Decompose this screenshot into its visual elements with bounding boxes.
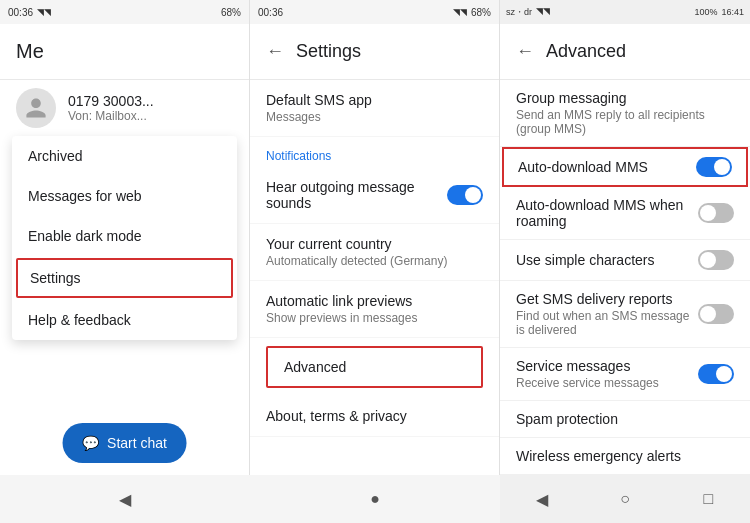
service-messages-sub: Receive service messages: [516, 376, 698, 390]
nav-home-2[interactable]: ●: [363, 487, 387, 511]
settings-link-preview[interactable]: Automatic link previews Show previews in…: [250, 281, 499, 338]
adv-service-messages[interactable]: Service messages Receive service message…: [500, 348, 750, 401]
menu-item-settings[interactable]: Settings: [16, 258, 233, 298]
service-messages-toggle[interactable]: [698, 364, 734, 384]
status-battery-3: 100%: [694, 7, 717, 17]
panel-advanced: sz・dr ◥◥ 100% 16:41 ← Advanced Group mes…: [500, 0, 750, 523]
hear-sounds-label: Hear outgoing message sounds: [266, 179, 447, 211]
status-bar-1: 00:36 ◥◥ 68%: [0, 0, 249, 24]
adv-simple-characters[interactable]: Use simple characters: [500, 240, 750, 281]
link-preview-value: Show previews in messages: [266, 311, 483, 325]
auto-download-roaming-label: Auto-download MMS when roaming: [516, 197, 698, 229]
nav-home-3[interactable]: ○: [613, 487, 637, 511]
status-clock-3: 16:41: [721, 7, 744, 17]
contact-row[interactable]: 0179 30003... Von: Mailbox...: [0, 80, 249, 136]
start-chat-icon: 💬: [82, 435, 99, 451]
contact-sub: Von: Mailbox...: [68, 109, 233, 123]
status-signal-2: ◥◥: [453, 7, 467, 17]
sms-delivery-sub: Find out when an SMS message is delivere…: [516, 309, 698, 337]
settings-hear-sounds[interactable]: Hear outgoing message sounds: [250, 167, 499, 224]
nav-recent-3[interactable]: □: [696, 487, 720, 511]
bottom-nav-3: ◀ ○ □: [500, 475, 750, 523]
sms-delivery-toggle[interactable]: [698, 304, 734, 324]
wireless-alerts-label: Wireless emergency alerts: [516, 448, 734, 464]
back-arrow-settings[interactable]: ←: [266, 41, 284, 62]
adv-wireless-alerts[interactable]: Wireless emergency alerts: [500, 438, 750, 475]
panel3-header: ← Advanced: [500, 24, 750, 80]
adv-sms-delivery[interactable]: Get SMS delivery reports Find out when a…: [500, 281, 750, 348]
adv-spam-protection[interactable]: Spam protection: [500, 401, 750, 438]
menu-item-messages-for-web[interactable]: Messages for web: [12, 176, 237, 216]
dropdown-menu: Archived Messages for web Enable dark mo…: [12, 136, 237, 340]
settings-advanced-box[interactable]: Advanced: [266, 346, 483, 388]
panel2-header: ← Settings: [250, 24, 499, 80]
status-time-1: 00:36: [8, 7, 33, 18]
advanced-label: Advanced: [268, 357, 362, 377]
auto-download-roaming-toggle[interactable]: [698, 203, 734, 223]
status-time-3: sz・dr: [506, 6, 532, 19]
panel2-title: Settings: [296, 41, 361, 62]
about-label: About, terms & privacy: [266, 408, 483, 424]
adv-auto-download-mms[interactable]: Auto-download MMS: [502, 147, 748, 187]
adv-auto-download-roaming[interactable]: Auto-download MMS when roaming: [500, 187, 750, 240]
settings-about[interactable]: About, terms & privacy: [250, 396, 499, 437]
sms-delivery-label: Get SMS delivery reports: [516, 291, 698, 307]
contact-name: 0179 30003...: [68, 93, 233, 109]
menu-item-help[interactable]: Help & feedback: [12, 300, 237, 340]
start-chat-label: Start chat: [107, 435, 167, 451]
link-preview-label: Automatic link previews: [266, 293, 483, 309]
menu-item-dark-mode[interactable]: Enable dark mode: [12, 216, 237, 256]
auto-download-mms-toggle[interactable]: [696, 157, 732, 177]
group-messaging-sub: Send an MMS reply to all recipients (gro…: [516, 108, 734, 136]
settings-country[interactable]: Your current country Automatically detec…: [250, 224, 499, 281]
hear-sounds-toggle[interactable]: [447, 185, 483, 205]
nav-back-2[interactable]: ◀: [113, 487, 137, 511]
panel3-title: Advanced: [546, 41, 626, 62]
start-chat-button[interactable]: 💬 Start chat: [62, 423, 187, 463]
avatar: [16, 88, 56, 128]
group-messaging-label: Group messaging: [516, 90, 734, 106]
service-messages-label: Service messages: [516, 358, 698, 374]
menu-item-archived[interactable]: Archived: [12, 136, 237, 176]
advanced-content: Group messaging Send an MMS reply to all…: [500, 80, 750, 523]
contact-info: 0179 30003... Von: Mailbox...: [68, 93, 233, 123]
default-sms-label: Default SMS app: [266, 92, 483, 108]
status-bar-3: sz・dr ◥◥ 100% 16:41: [500, 0, 750, 24]
country-value: Automatically detected (Germany): [266, 254, 483, 268]
settings-content: Default SMS app Messages Notifications H…: [250, 80, 499, 523]
panel-settings: 00:36 ◥◥ 68% ← Settings Default SMS app …: [250, 0, 500, 523]
simple-characters-label: Use simple characters: [516, 252, 698, 268]
panel-messages-menu: 00:36 ◥◥ 68% Me 0179 30003... Von: Mailb…: [0, 0, 250, 523]
panel1-title: Me: [16, 40, 44, 63]
status-signal-3: ◥◥: [536, 6, 550, 19]
default-sms-value: Messages: [266, 110, 483, 124]
settings-default-sms[interactable]: Default SMS app Messages: [250, 80, 499, 137]
nav-back-3[interactable]: ◀: [530, 487, 554, 511]
status-battery-1: 68%: [221, 7, 241, 18]
back-arrow-advanced[interactable]: ←: [516, 41, 534, 62]
country-label: Your current country: [266, 236, 483, 252]
status-signal-1: ◥◥: [37, 7, 51, 17]
status-battery-2: 68%: [471, 7, 491, 18]
panel1-header: Me: [0, 24, 249, 80]
status-bar-2: 00:36 ◥◥ 68%: [250, 0, 499, 24]
spam-protection-label: Spam protection: [516, 411, 734, 427]
notifications-section-header: Notifications: [250, 137, 499, 167]
status-time-2: 00:36: [258, 7, 283, 18]
adv-group-messaging[interactable]: Group messaging Send an MMS reply to all…: [500, 80, 750, 147]
avatar-icon: [24, 96, 48, 120]
auto-download-mms-label: Auto-download MMS: [518, 159, 696, 175]
simple-characters-toggle[interactable]: [698, 250, 734, 270]
